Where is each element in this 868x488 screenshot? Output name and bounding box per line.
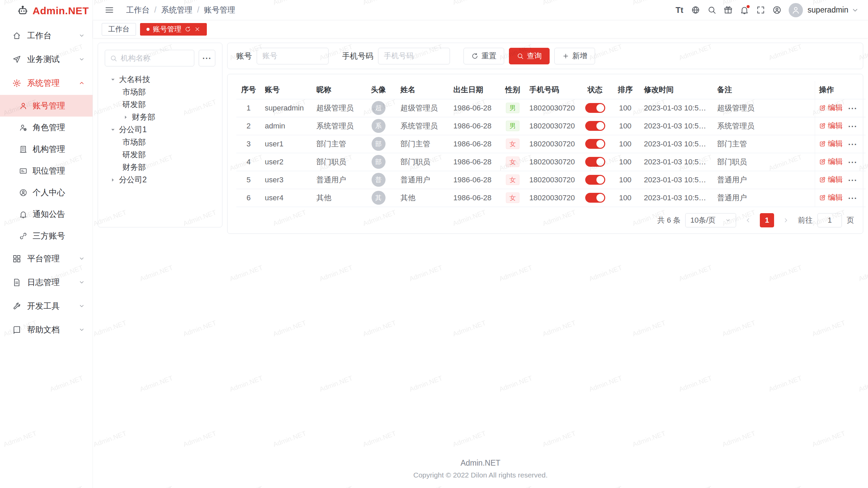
tab-refresh-icon[interactable] — [185, 26, 191, 32]
tree-node[interactable]: 研发部 — [105, 98, 215, 111]
status-toggle[interactable] — [585, 139, 605, 149]
sidebar-item-label: 三方账号 — [33, 230, 65, 241]
sidebar-item-system-management[interactable]: 系统管理 — [0, 71, 93, 95]
status-toggle[interactable] — [585, 103, 605, 113]
gender-badge: 女 — [506, 175, 519, 185]
caret-right-icon[interactable] — [110, 177, 116, 183]
goto-label: 前往 — [798, 215, 813, 225]
breadcrumb-item[interactable]: 工作台 — [126, 5, 150, 15]
cell-actions: 编辑··· — [815, 153, 866, 171]
gear-icon — [12, 79, 21, 88]
cell-modified_time: 2023-01-03 10:59:44 — [640, 153, 713, 171]
tree-node[interactable]: 财务部 — [105, 161, 215, 174]
fullscreen-icon[interactable] — [753, 3, 768, 18]
sidebar-item-org-management[interactable]: 机构管理 — [0, 138, 93, 160]
user-avatar[interactable] — [789, 3, 803, 17]
row-avatar: 部 — [372, 155, 386, 169]
sidebar-item-label: 业务测试 — [27, 54, 60, 65]
caret-down-icon[interactable] — [110, 126, 116, 133]
sidebar-item-log-management[interactable]: 日志管理 — [0, 270, 93, 294]
sidebar-item-dev-tools[interactable]: 开发工具 — [0, 294, 93, 318]
chevron-down-icon — [78, 303, 85, 309]
page-size-select[interactable]: 10条/页 — [685, 213, 736, 227]
hamburger-menu-icon[interactable] — [102, 3, 117, 18]
org-more-button[interactable]: ··· — [199, 50, 215, 66]
gender-badge: 男 — [506, 121, 519, 131]
robot-logo-icon — [17, 5, 28, 17]
tree-node[interactable]: 财务部 — [105, 111, 215, 123]
cell-gender: 女 — [500, 135, 525, 153]
sidebar-item-notice[interactable]: 通知公告 — [0, 203, 93, 225]
row-more-button[interactable]: ··· — [848, 158, 857, 167]
search-icon[interactable] — [705, 3, 719, 18]
status-toggle[interactable] — [585, 193, 605, 203]
next-page-button[interactable] — [779, 213, 793, 227]
search-icon — [707, 5, 716, 15]
status-toggle[interactable] — [585, 175, 605, 185]
footer-copyright: Copyright © 2022 Dilon All rights reserv… — [93, 471, 868, 479]
cell-sort: 100 — [611, 135, 640, 153]
caret-right-icon[interactable] — [122, 114, 129, 121]
edit-button[interactable]: 编辑 — [819, 121, 843, 131]
edit-button[interactable]: 编辑 — [819, 157, 843, 167]
tree-node[interactable]: 研发部 — [105, 148, 215, 161]
tab-close-icon[interactable] — [194, 26, 200, 32]
status-toggle[interactable] — [585, 121, 605, 131]
sidebar-item-role-management[interactable]: 角色管理 — [0, 117, 93, 138]
chevron-down-icon — [78, 32, 85, 39]
goto-page-input[interactable] — [817, 213, 842, 227]
language-icon[interactable] — [688, 3, 703, 18]
sidebar-item-label: 开发工具 — [27, 301, 60, 311]
row-more-button[interactable]: ··· — [848, 176, 857, 185]
add-button[interactable]: 新增 — [554, 48, 595, 64]
sidebar-item-third-party-account[interactable]: 三方账号 — [0, 225, 93, 247]
tree-node[interactable]: 大名科技 — [105, 73, 215, 86]
breadcrumb-item[interactable]: 系统管理 — [161, 5, 192, 15]
org-search-box[interactable] — [105, 50, 194, 66]
org-tree: 大名科技市场部研发部财务部分公司1市场部研发部财务部分公司2 — [105, 73, 215, 186]
caret-down-icon[interactable] — [110, 76, 116, 83]
font-size-icon[interactable]: Tt — [672, 3, 687, 18]
phone-input[interactable] — [378, 48, 450, 64]
tree-node[interactable]: 分公司1 — [105, 123, 215, 136]
gift-icon[interactable] — [721, 3, 736, 18]
sidebar-item-help-docs[interactable]: 帮助文档 — [0, 318, 93, 342]
sidebar-item-personal-center[interactable]: 个人中心 — [0, 182, 93, 203]
username-dropdown[interactable]: superadmin — [808, 5, 859, 15]
profile-icon[interactable] — [770, 3, 785, 18]
row-more-button[interactable]: ··· — [848, 140, 857, 149]
sidebar-item-workbench[interactable]: 工作台 — [0, 24, 93, 47]
cell-index: 4 — [236, 153, 261, 171]
tab-label: 工作台 — [108, 24, 130, 34]
sidebar-item-position-management[interactable]: 职位管理 — [0, 160, 93, 182]
sidebar-menu: 工作台业务测试系统管理账号管理角色管理机构管理职位管理个人中心通知公告三方账号平… — [0, 22, 93, 342]
status-toggle[interactable] — [585, 157, 605, 167]
account-input[interactable] — [257, 48, 329, 64]
sidebar-item-account-management[interactable]: 账号管理 — [0, 95, 93, 117]
notification-icon[interactable] — [737, 3, 752, 18]
edit-button[interactable]: 编辑 — [819, 192, 843, 203]
tree-node[interactable]: 市场部 — [105, 86, 215, 98]
prev-page-button[interactable] — [741, 213, 755, 227]
sidebar-item-label: 系统管理 — [27, 78, 60, 88]
row-more-button[interactable]: ··· — [848, 122, 857, 131]
breadcrumb: 工作台/系统管理/账号管理 — [126, 5, 235, 15]
sidebar-item-business-test[interactable]: 业务测试 — [0, 47, 93, 71]
row-more-button[interactable]: ··· — [848, 104, 857, 113]
current-page[interactable]: 1 — [760, 213, 774, 227]
username-text: superadmin — [808, 5, 848, 15]
tree-node[interactable]: 市场部 — [105, 136, 215, 148]
edit-button[interactable]: 编辑 — [819, 139, 843, 149]
edit-button[interactable]: 编辑 — [819, 103, 843, 113]
sidebar-item-platform-management[interactable]: 平台管理 — [0, 247, 93, 270]
org-name-input[interactable] — [121, 54, 189, 63]
row-more-button[interactable]: ··· — [848, 194, 857, 203]
edit-button[interactable]: 编辑 — [819, 175, 843, 185]
query-button[interactable]: 查询 — [509, 48, 550, 64]
tree-node[interactable]: 分公司2 — [105, 174, 215, 186]
cell-name: 普通用户 — [396, 171, 449, 189]
reset-button[interactable]: 重置 — [463, 48, 504, 64]
tab-account-management[interactable]: 账号管理 — [140, 23, 207, 36]
tab-workbench[interactable]: 工作台 — [102, 23, 136, 36]
header-actions: Ttsuperadmin — [672, 3, 859, 18]
